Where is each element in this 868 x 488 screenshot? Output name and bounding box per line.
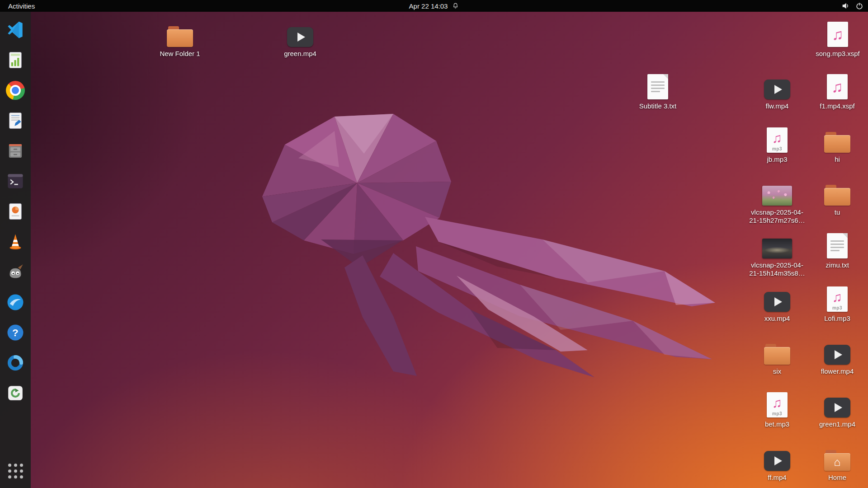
dock-item-chrome[interactable] [5, 80, 26, 101]
desktop-icon-vlcsnap-2025-04-21-15h14m35s8[interactable]: vlcsnap-2025-04-21-15h14m35s8… [745, 231, 809, 277]
desktop-icon-bet-mp3[interactable]: ♫mp3bet.mp3 [745, 390, 809, 428]
image-flowers-icon [762, 178, 792, 206]
dock-item-blue-ring-app[interactable] [5, 352, 26, 374]
video-icon [764, 444, 790, 471]
gimp-icon [6, 263, 24, 281]
file-label: hi [835, 155, 840, 164]
file-label: Home [828, 474, 846, 482]
desktop-icon-green-mp4[interactable]: green.mp4 [269, 20, 332, 58]
mp3-icon: ♫mp3 [827, 285, 848, 312]
file-label: New Folder 1 [160, 50, 200, 58]
playlist-icon: ♫ [827, 20, 848, 47]
libreoffice-writer-icon [6, 112, 24, 130]
desktop-icon-new-folder-1[interactable]: New Folder 1 [148, 20, 212, 58]
file-label: flower.mp4 [821, 367, 854, 375]
desktop-icon-jb-mp3[interactable]: ♫mp3jb.mp3 [745, 126, 809, 164]
help-icon: ? [6, 323, 25, 342]
dock-item-libreoffice-calc[interactable] [5, 49, 26, 71]
video-icon [764, 72, 790, 99]
video-icon [824, 338, 850, 365]
activities-button[interactable]: Activities [0, 0, 43, 12]
video-icon [764, 285, 790, 312]
mp3-icon: ♫mp3 [767, 390, 788, 418]
dock-item-libreoffice-impress[interactable] [5, 201, 26, 222]
desktop-icons: New Folder 1green.mp4♫song.mp3.xspfSubti… [0, 0, 868, 488]
dock-item-files[interactable] [5, 140, 26, 162]
folder-icon [824, 178, 850, 206]
file-label: green.mp4 [284, 50, 316, 58]
ubuntu-desktop: New Folder 1green.mp4♫song.mp3.xspfSubti… [0, 0, 868, 488]
system-status-area[interactable] [841, 0, 863, 12]
dock-item-show-apps[interactable] [5, 460, 26, 482]
desktop-icon-song-mp3-xspf[interactable]: ♫song.mp3.xspf [806, 20, 868, 58]
file-label: Subtitle 3.txt [639, 102, 677, 110]
desktop-icon-ff-mp4[interactable]: ff.mp4 [745, 444, 809, 482]
file-label: tu [835, 208, 840, 216]
terminal-icon [6, 172, 24, 190]
image-dark-icon [762, 231, 792, 258]
notification-bell-icon [452, 2, 459, 9]
vscode-icon [6, 20, 25, 39]
power-icon [855, 2, 863, 10]
blue-ring-app-icon [6, 353, 25, 372]
video-icon [287, 20, 313, 47]
dock-item-gimp[interactable] [5, 261, 26, 283]
show-apps-icon [8, 464, 23, 479]
clock: Apr 22 14:03 [409, 2, 448, 10]
green-logo-app-icon [6, 384, 24, 402]
desktop-icon-vlcsnap-2025-04-21-15h27m27s6[interactable]: vlcsnap-2025-04-21-15h27m27s6… [745, 178, 809, 224]
desktop-icon-zimu-txt[interactable]: zimu.txt [806, 231, 868, 269]
file-label: bet.mp3 [765, 420, 789, 428]
folder-icon [764, 338, 790, 365]
desktop-icon-flower-mp4[interactable]: flower.mp4 [806, 338, 868, 375]
dock-item-help[interactable]: ? [5, 322, 26, 343]
files-icon [6, 142, 24, 160]
desktop-icon-xxu-mp4[interactable]: xxu.mp4 [745, 285, 809, 323]
vlc-icon [6, 233, 24, 251]
text-icon [827, 231, 848, 258]
desktop-icon-green1-mp4[interactable]: green1.mp4 [806, 390, 868, 428]
desktop-icon-subtitle-3-txt[interactable]: Subtitle 3.txt [626, 72, 689, 110]
home-icon: ⌂ [824, 444, 850, 471]
file-label: xxu.mp4 [764, 314, 790, 323]
dock-item-green-logo-app[interactable] [5, 382, 26, 404]
folder-icon [167, 20, 193, 47]
file-label: Lofi.mp3 [824, 314, 850, 323]
dock-item-vscode[interactable] [5, 19, 26, 41]
file-label: f1.mp4.xspf [820, 102, 855, 110]
desktop-icon-f1-mp4-xspf[interactable]: ♫f1.mp4.xspf [806, 72, 868, 110]
dock-item-libreoffice-writer[interactable] [5, 110, 26, 131]
libreoffice-impress-icon [6, 202, 24, 221]
file-label: song.mp3.xspf [816, 50, 860, 58]
text-icon [647, 72, 668, 99]
desktop-icon-six[interactable]: six [745, 338, 809, 375]
file-label: green1.mp4 [819, 420, 855, 428]
file-label: flw.mp4 [766, 102, 789, 110]
clock-menu[interactable]: Apr 22 14:03 [409, 2, 459, 10]
folder-icon [824, 126, 850, 153]
desktop-icon-flw-mp4[interactable]: flw.mp4 [745, 72, 809, 110]
video-icon [824, 390, 850, 418]
desktop-icon-home[interactable]: ⌂Home [806, 444, 868, 482]
file-label: zimu.txt [826, 261, 849, 269]
file-label: vlcsnap-2025-04-21-15h14m35s8… [749, 261, 805, 277]
dock-item-terminal[interactable] [5, 170, 26, 192]
desktop-icon-lofi-mp3[interactable]: ♫mp3Lofi.mp3 [806, 285, 868, 323]
svg-text:?: ? [12, 327, 19, 338]
top-bar: Activities Apr 22 14:03 [0, 0, 868, 12]
file-label: six [773, 367, 781, 375]
dock-item-vlc[interactable] [5, 231, 26, 253]
file-label: ff.mp4 [768, 474, 786, 482]
libreoffice-calc-icon [6, 51, 24, 69]
mp3-icon: ♫mp3 [767, 126, 788, 153]
desktop-icon-hi[interactable]: hi [806, 126, 868, 164]
file-label: vlcsnap-2025-04-21-15h27m27s6… [749, 208, 805, 224]
dock-item-blue-circle-app[interactable] [5, 291, 26, 313]
blue-circle-app-icon [6, 293, 25, 312]
desktop-icon-tu[interactable]: tu [806, 178, 868, 216]
dock: ? [0, 12, 31, 488]
playlist-icon: ♫ [827, 72, 848, 99]
chrome-icon [6, 81, 25, 100]
volume-icon [841, 2, 849, 10]
file-label: jb.mp3 [767, 155, 787, 164]
